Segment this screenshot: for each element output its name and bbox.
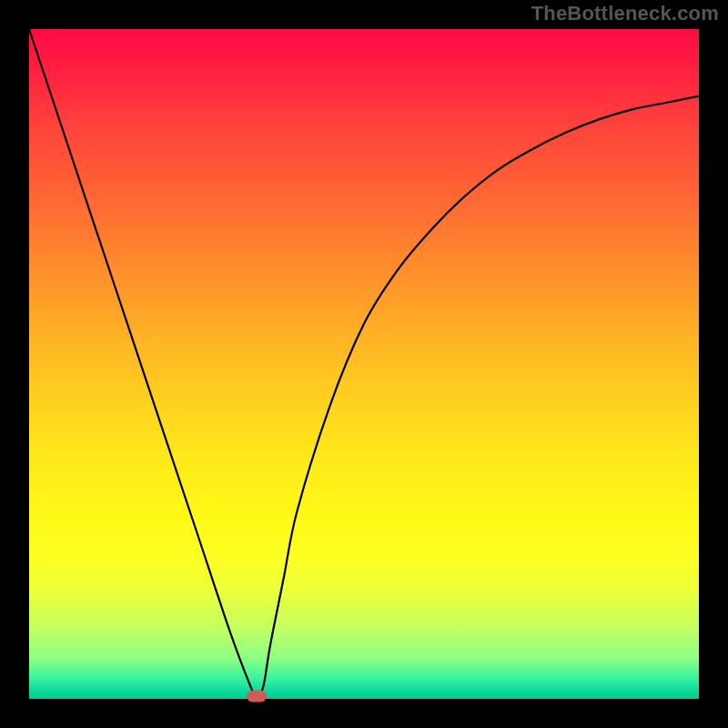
plot-area	[29, 29, 699, 699]
bottleneck-curve	[29, 29, 699, 699]
chart-frame: TheBottleneck.com	[0, 0, 728, 728]
attribution-text: TheBottleneck.com	[531, 2, 719, 25]
minimum-marker	[247, 691, 267, 703]
